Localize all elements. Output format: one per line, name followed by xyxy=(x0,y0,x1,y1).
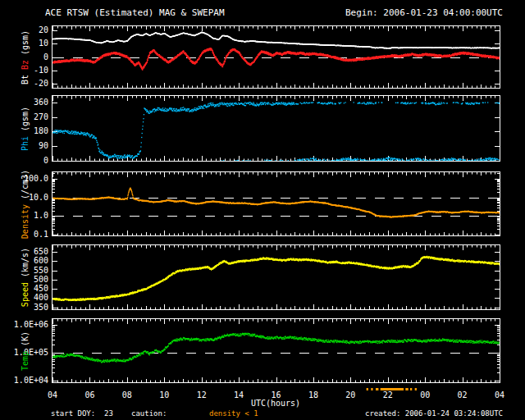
x-tick-label: 20 xyxy=(338,390,363,399)
y-axis-label-part: Bt xyxy=(21,70,30,84)
panel-density xyxy=(52,171,500,236)
panel-canvas-phi xyxy=(52,96,500,161)
ace-rtsw-plot: ACE RTSW (Estimated) MAG & SWEPAM Begin:… xyxy=(0,0,525,420)
y-axis-label-speed: Speed (km/s) xyxy=(21,248,30,307)
x-tick-label: 04 xyxy=(40,390,65,399)
x-tick-label: 00 xyxy=(413,390,437,399)
y-axis-label-part: Density xyxy=(21,204,30,239)
x-tick-label: 22 xyxy=(376,390,400,399)
panel-temp xyxy=(52,318,500,383)
y-tick-label: 1.0E+04 xyxy=(0,376,48,385)
created-timestamp: created: 2006-01-24 03:24:08UTC xyxy=(365,409,503,418)
x-tick-label: 02 xyxy=(450,390,475,399)
begin-timestamp: Begin: 2006-01-23 04:00:00UTC xyxy=(345,7,503,18)
x-tick-label: 08 xyxy=(115,390,139,399)
panel-canvas-speed xyxy=(52,245,500,309)
start-doy-label: start DOY: 23 xyxy=(51,409,113,418)
y-axis-label-density: Density (/cm3) xyxy=(21,169,30,238)
y-axis-label-temp: Temp (K) xyxy=(21,331,30,370)
x-tick-label: 12 xyxy=(189,390,214,399)
y-axis-label-part: Bz xyxy=(21,60,30,70)
panel-speed xyxy=(52,244,500,310)
panel-canvas-temp xyxy=(52,319,500,382)
x-axis-label: UTC(hours) xyxy=(251,399,300,408)
panel-canvas-bt-bz xyxy=(52,26,500,88)
y-axis-label-part: (/cm3) xyxy=(21,169,30,203)
y-axis-label-part: Speed xyxy=(21,282,30,307)
x-tick-label: 10 xyxy=(152,390,176,399)
y-tick-label: 360 xyxy=(0,98,48,107)
caution-marker-strip xyxy=(52,388,500,391)
x-tick-label: 14 xyxy=(226,390,251,399)
y-axis-label-phi: Phi (gsm) xyxy=(21,106,30,150)
panel-bt-bz xyxy=(52,25,500,89)
x-tick-label: 18 xyxy=(301,390,326,399)
caution-label: caution: xyxy=(131,409,167,418)
y-axis-label-part: (gsm) xyxy=(21,106,30,135)
y-axis-label-bt-bz: Bt Bz (gsm) xyxy=(21,30,30,84)
y-tick-label: 0 xyxy=(0,156,48,165)
x-tick-label: 04 xyxy=(487,390,512,399)
y-axis-label-part: (gsm) xyxy=(21,30,30,59)
x-tick-label: 16 xyxy=(264,390,289,399)
y-axis-label-part: (K) xyxy=(21,331,30,350)
y-axis-label-part: Temp xyxy=(21,351,30,371)
plot-title: ACE RTSW (Estimated) MAG & SWEPAM xyxy=(45,7,225,18)
y-tick-label: 1.0E+06 xyxy=(0,320,48,329)
caution-value: density < 1 xyxy=(209,409,258,418)
x-tick-label: 06 xyxy=(77,390,102,399)
y-axis-label-part: Phi xyxy=(21,136,30,151)
panel-phi xyxy=(52,95,500,162)
y-axis-label-part: (km/s) xyxy=(21,248,30,282)
panel-canvas-density xyxy=(52,172,500,235)
